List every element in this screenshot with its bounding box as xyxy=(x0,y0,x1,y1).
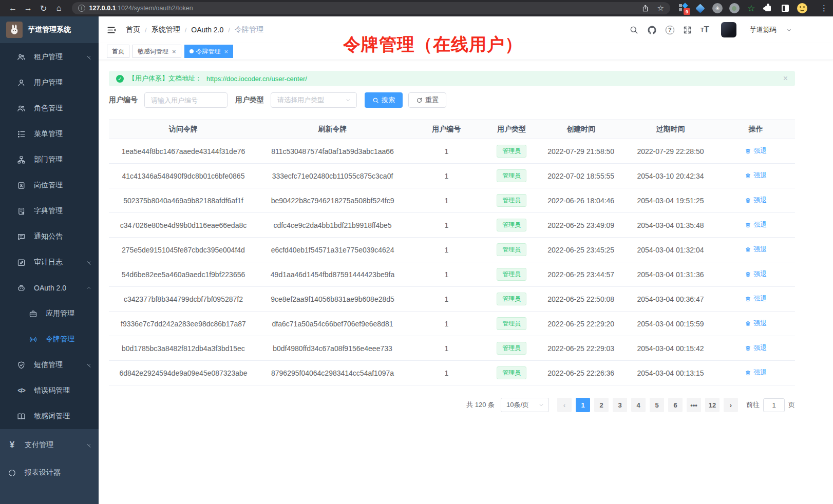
sidebar-item-report[interactable]: 报表设计器 xyxy=(0,459,99,487)
force-logout-button[interactable]: 强退 xyxy=(745,146,767,156)
reload-icon[interactable]: ↻ xyxy=(36,2,51,15)
page-button-1[interactable]: 1 xyxy=(576,398,590,412)
search-button[interactable]: 搜索 xyxy=(365,92,403,108)
force-logout-button[interactable]: 强退 xyxy=(745,368,767,377)
tab-home[interactable]: 首页 xyxy=(107,45,129,58)
sidebar-item-oauth2-app[interactable]: 应用管理 xyxy=(0,301,99,326)
goto-page-input[interactable] xyxy=(763,398,785,412)
github-icon[interactable] xyxy=(647,25,657,35)
search-icon[interactable] xyxy=(629,25,638,34)
sidebar-item-menu[interactable]: 菜单管理 xyxy=(0,121,99,147)
tab-sensitive[interactable]: 敏感词管理× xyxy=(132,45,181,58)
page-info-icon[interactable]: i xyxy=(78,5,85,12)
sidebar-item-role[interactable]: 角色管理 xyxy=(0,95,99,121)
force-logout-button[interactable]: 强退 xyxy=(745,196,767,205)
tab-token[interactable]: 令牌管理× xyxy=(184,45,234,58)
sidebar-item-oauth2[interactable]: OAuth 2.0 xyxy=(0,275,99,301)
force-logout-button[interactable]: 强退 xyxy=(745,269,767,279)
expire-time-cell: 2054-03-04 00:15:59 xyxy=(624,312,716,336)
sidebar-item-sms[interactable]: 短信管理 xyxy=(0,352,99,378)
chevron-down-icon[interactable] xyxy=(786,27,792,33)
force-logout-button[interactable]: 强退 xyxy=(745,245,767,254)
sidebar-item-oauth2-token[interactable]: 令牌管理 xyxy=(0,326,99,352)
page-size-select[interactable]: 10条/页 xyxy=(501,398,549,412)
puzzle-extension-icon[interactable] xyxy=(763,3,773,13)
force-logout-button[interactable]: 强退 xyxy=(745,220,767,229)
force-logout-button[interactable]: 强退 xyxy=(745,343,767,353)
expire-time-cell: 2054-03-04 01:35:48 xyxy=(624,213,716,238)
delete-icon xyxy=(745,345,751,352)
sidebar-item-label: 用户管理 xyxy=(34,78,63,87)
sidebar-item-notice[interactable]: 通知公告 xyxy=(0,224,99,249)
gem-extension-icon[interactable] xyxy=(695,3,706,13)
command-extension-icon[interactable]: ✳ xyxy=(712,3,723,13)
close-icon[interactable]: × xyxy=(172,48,176,55)
prev-page-button[interactable]: ‹ xyxy=(557,398,572,412)
sidebar-item-dict[interactable]: 字典管理 xyxy=(0,198,99,224)
user-id-cell: 1 xyxy=(407,262,485,287)
created-time-cell: 2022-06-25 22:29:03 xyxy=(538,336,624,361)
share-icon[interactable] xyxy=(641,5,649,12)
sidebar-item-errcode[interactable]: </>错误码管理 xyxy=(0,378,99,403)
page-button-12[interactable]: 12 xyxy=(705,398,720,412)
address-bar[interactable]: i 127.0.0.1:1024/system/oauth2/token ☆ xyxy=(72,2,670,14)
record-extension-icon[interactable] xyxy=(729,3,740,13)
fullscreen-icon[interactable] xyxy=(683,26,692,34)
forward-icon[interactable]: → xyxy=(21,2,36,15)
sidebar-item-pay[interactable]: ¥支付管理 xyxy=(0,431,99,459)
hamburger-icon[interactable] xyxy=(107,25,117,35)
page-button-5[interactable]: 5 xyxy=(650,398,664,412)
access-token-cell: f9336e7c7dd242a283ee98dc86b17a87 xyxy=(109,312,258,336)
sidebar-item-tenant[interactable]: 租户管理 xyxy=(0,44,99,70)
sidebar-item-audit-log[interactable]: 审计日志 xyxy=(0,249,99,275)
access-token-cell: 54d6be82ee5a460a9aedc1f9bf223656 xyxy=(109,262,258,287)
close-icon[interactable]: × xyxy=(224,48,229,55)
smiley-extension-icon[interactable] xyxy=(797,3,807,13)
back-icon[interactable]: ← xyxy=(5,2,21,15)
breadcrumb-item[interactable]: 首页 xyxy=(126,25,140,34)
help-icon[interactable]: ? xyxy=(666,26,674,34)
page-button-6[interactable]: 6 xyxy=(668,398,683,412)
created-time-cell: 2022-06-25 22:26:36 xyxy=(538,361,624,385)
more-pages-button[interactable]: ••• xyxy=(687,398,701,412)
breadcrumb: 首页/系统管理/OAuth 2.0/令牌管理 xyxy=(124,25,266,34)
table-row: 275e5de9151045fe87cbdc395e004f4de6cfd40e… xyxy=(109,238,795,262)
sidebar-item-user[interactable]: 用户管理 xyxy=(0,70,99,95)
reset-button[interactable]: 重置 xyxy=(408,92,446,108)
doc-link[interactable]: https://doc.iocoder.cn/user-center/ xyxy=(206,75,307,83)
user-id-input[interactable] xyxy=(144,92,228,108)
home-icon[interactable]: ⌂ xyxy=(51,2,67,15)
app-logo[interactable]: 芋道管理系统 xyxy=(0,16,99,43)
next-page-button[interactable]: › xyxy=(724,398,738,412)
browser-menu-icon[interactable]: ⋮ xyxy=(820,4,828,13)
breadcrumb-item[interactable]: OAuth 2.0 xyxy=(191,26,223,34)
page-button-3[interactable]: 3 xyxy=(613,398,627,412)
reader-extension-icon[interactable] xyxy=(780,3,790,13)
token-table-body: 1ea5e44f8bc1467aaede43144f31de76811c5304… xyxy=(109,139,795,385)
user-avatar[interactable] xyxy=(721,22,736,37)
sidebar-item-post[interactable]: 岗位管理 xyxy=(0,172,99,198)
username[interactable]: 芋道源码 xyxy=(750,25,777,34)
user-type-select[interactable]: 请选择用户类型 xyxy=(271,92,357,108)
force-logout-button[interactable]: 强退 xyxy=(745,294,767,303)
extension-badge-icon[interactable]: 9 xyxy=(678,3,689,13)
sidebar-item-sensitive[interactable]: 敏感词管理 xyxy=(0,403,99,429)
force-logout-button[interactable]: 强退 xyxy=(745,319,767,328)
expire-time-cell: 2054-03-04 00:15:42 xyxy=(624,336,716,361)
user-type-cell: 管理员 xyxy=(485,238,538,262)
star-extension-icon[interactable]: ☆ xyxy=(746,3,756,13)
created-time-cell: 2022-07-29 21:58:50 xyxy=(538,139,624,164)
expire-time-cell: 2054-03-04 19:51:25 xyxy=(624,188,716,213)
sidebar-item-label: 应用管理 xyxy=(46,309,74,318)
user-type-cell: 管理员 xyxy=(485,312,538,336)
bookmark-star-icon[interactable]: ☆ xyxy=(657,4,664,13)
delete-icon xyxy=(745,197,751,204)
sidebar-item-dept[interactable]: 部门管理 xyxy=(0,147,99,172)
close-icon[interactable]: × xyxy=(783,74,788,83)
font-size-icon[interactable]: TT xyxy=(701,25,709,35)
access-token-cell: 502375b8040a469a9b82188afdf6af1f xyxy=(109,188,258,213)
breadcrumb-item[interactable]: 系统管理 xyxy=(152,25,180,34)
page-button-2[interactable]: 2 xyxy=(594,398,609,412)
force-logout-button[interactable]: 强退 xyxy=(745,171,767,180)
page-button-4[interactable]: 4 xyxy=(631,398,646,412)
